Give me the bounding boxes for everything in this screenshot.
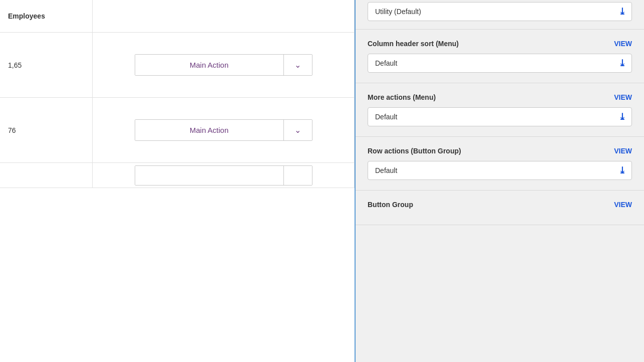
column-sort-view-link[interactable]: VIEW bbox=[614, 40, 632, 48]
column-header-sort-section: Column header sort (Menu) VIEW Default C… bbox=[356, 30, 644, 83]
column-sort-dropdown-wrapper: Default Custom None ⤓ bbox=[368, 54, 632, 73]
table-row: 76 Main Action ⌄ bbox=[0, 98, 355, 163]
table-header-row: Employees bbox=[0, 0, 355, 33]
cell-action-3 bbox=[93, 163, 355, 188]
section-header-button-group: Button Group VIEW bbox=[368, 201, 632, 209]
cell-action-1: Main Action ⌄ bbox=[93, 33, 355, 97]
more-actions-section: More actions (Menu) VIEW Default Custom … bbox=[356, 83, 644, 137]
utility-dropdown-wrapper: Utility (Default) Default Custom ⤓ bbox=[368, 2, 632, 21]
more-actions-view-link[interactable]: VIEW bbox=[614, 93, 632, 101]
more-actions-dropdown-wrapper: Default Custom None ⤓ bbox=[368, 107, 632, 126]
section-header-more-actions: More actions (Menu) VIEW bbox=[368, 93, 632, 101]
row-number-1: 1,65 bbox=[8, 61, 22, 69]
cell-number-3 bbox=[0, 163, 93, 188]
utility-dropdown[interactable]: Utility (Default) Default Custom bbox=[368, 2, 632, 21]
column-sort-dropdown[interactable]: Default Custom None bbox=[368, 54, 632, 73]
more-actions-title: More actions (Menu) bbox=[368, 93, 436, 101]
cell-action-2: Main Action ⌄ bbox=[93, 98, 355, 162]
right-panel: Utility (Default) Default Custom ⤓ Colum… bbox=[356, 0, 644, 362]
cell-number-2: 76 bbox=[0, 98, 93, 162]
header-label-employees: Employees bbox=[8, 12, 45, 20]
section-header-row-actions: Row actions (Button Group) VIEW bbox=[368, 147, 632, 155]
button-group-view-link[interactable]: VIEW bbox=[614, 201, 632, 209]
cell-number-1: 1,65 bbox=[0, 33, 93, 97]
row-actions-dropdown[interactable]: Default Custom None bbox=[368, 161, 632, 180]
row-number-2: 76 bbox=[8, 126, 16, 134]
main-action-button-3[interactable] bbox=[135, 166, 284, 186]
action-chevron-button-3[interactable] bbox=[284, 166, 312, 186]
top-utility-section: Utility (Default) Default Custom ⤓ bbox=[356, 0, 644, 30]
more-actions-dropdown[interactable]: Default Custom None bbox=[368, 107, 632, 126]
action-button-group-1: Main Action ⌄ bbox=[135, 54, 312, 76]
chevron-down-icon: ⌄ bbox=[294, 60, 301, 70]
table-row: 1,65 Main Action ⌄ bbox=[0, 33, 355, 98]
row-actions-title: Row actions (Button Group) bbox=[368, 147, 461, 155]
row-actions-dropdown-wrapper: Default Custom None ⤓ bbox=[368, 161, 632, 180]
button-group-title: Button Group bbox=[368, 201, 413, 209]
action-button-group-2: Main Action ⌄ bbox=[135, 119, 312, 141]
button-group-section: Button Group VIEW bbox=[356, 191, 644, 225]
row-actions-view-link[interactable]: VIEW bbox=[614, 147, 632, 155]
left-panel: Employees 1,65 Main Action ⌄ 76 Main Act… bbox=[0, 0, 356, 362]
column-sort-title: Column header sort (Menu) bbox=[368, 40, 459, 48]
action-chevron-button-2[interactable]: ⌄ bbox=[284, 120, 312, 140]
table-row-partial bbox=[0, 163, 355, 188]
main-action-button-2[interactable]: Main Action bbox=[135, 120, 284, 140]
section-header-column-sort: Column header sort (Menu) VIEW bbox=[368, 40, 632, 48]
action-button-group-3 bbox=[135, 165, 312, 186]
action-chevron-button-1[interactable]: ⌄ bbox=[284, 55, 312, 75]
header-cell-employees: Employees bbox=[0, 0, 93, 32]
row-actions-section: Row actions (Button Group) VIEW Default … bbox=[356, 137, 644, 191]
header-cell-actions bbox=[93, 0, 355, 32]
chevron-down-icon: ⌄ bbox=[294, 125, 301, 135]
main-action-button-1[interactable]: Main Action bbox=[135, 55, 284, 75]
